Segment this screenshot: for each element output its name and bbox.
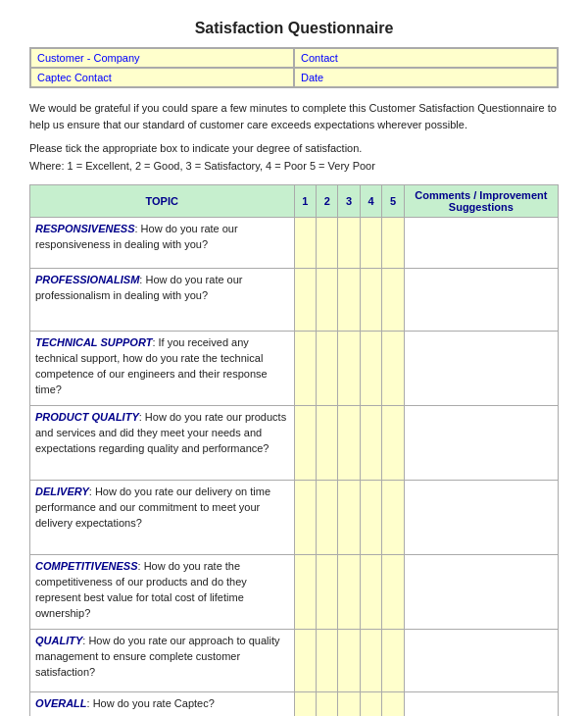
col1-header: 1 [294, 185, 316, 218]
rating-cell-4-4[interactable] [360, 481, 381, 555]
comments-cell-4[interactable] [404, 481, 558, 555]
questionnaire-table: TOPIC 1 2 3 4 5 Comments / Improvement S… [29, 184, 559, 716]
rating-cell-3-2[interactable] [316, 406, 337, 481]
comments-cell-0[interactable] [404, 218, 558, 269]
rating-cell-1-3[interactable] [338, 269, 360, 332]
rating-cell-0-5[interactable] [382, 218, 404, 269]
rating-cell-0-1[interactable] [294, 218, 316, 269]
comments-cell-7[interactable] [404, 692, 558, 716]
table-row: QUALITY: How do you rate our approach to… [30, 630, 559, 692]
col4-header: 4 [360, 185, 381, 218]
page-title: Satisfaction Questionnaire [29, 20, 559, 37]
rating-cell-6-3[interactable] [338, 630, 360, 692]
rating-cell-6-4[interactable] [360, 630, 381, 692]
tick-instruction: Please tick the appropriate box to indic… [29, 140, 559, 158]
date-cell: Date [294, 68, 558, 87]
comments-cell-1[interactable] [404, 269, 558, 332]
rating-cell-4-3[interactable] [338, 481, 360, 555]
table-row: DELIVERY: How do you rate our delivery o… [30, 481, 559, 555]
rating-cell-7-1[interactable] [294, 692, 316, 716]
table-row: COMPETITIVENESS: How do you rate the com… [30, 555, 559, 630]
table-row: RESPONSIVENESS: How do you rate our resp… [30, 218, 559, 269]
rating-cell-7-3[interactable] [338, 692, 360, 716]
topic-cell-5: COMPETITIVENESS: How do you rate the com… [30, 555, 295, 630]
topic-cell-4: DELIVERY: How do you rate our delivery o… [30, 481, 295, 555]
rating-cell-0-2[interactable] [316, 218, 337, 269]
rating-cell-2-1[interactable] [294, 332, 316, 406]
header-fields: Customer - Company Contact Captec Contac… [29, 47, 559, 88]
topic-cell-2: TECHNICAL SUPPORT: If you received any t… [30, 332, 295, 406]
rating-cell-4-2[interactable] [316, 481, 337, 555]
rating-cell-6-2[interactable] [316, 630, 337, 692]
topic-cell-6: QUALITY: How do you rate our approach to… [30, 630, 295, 692]
col2-header: 2 [316, 185, 337, 218]
rating-cell-5-2[interactable] [316, 555, 337, 630]
rating-cell-3-4[interactable] [360, 406, 381, 481]
rating-cell-0-4[interactable] [360, 218, 381, 269]
col5-header: 5 [382, 185, 404, 218]
comments-cell-2[interactable] [404, 332, 558, 406]
rating-cell-2-3[interactable] [338, 332, 360, 406]
topic-cell-1: PROFESSIONALISM: How do you rate our pro… [30, 269, 295, 332]
rating-cell-2-4[interactable] [360, 332, 381, 406]
scale-legend: Where: 1 = Excellent, 2 = Good, 3 = Sati… [29, 158, 559, 176]
rating-cell-5-3[interactable] [338, 555, 360, 630]
col3-header: 3 [338, 185, 360, 218]
rating-cell-5-5[interactable] [382, 555, 404, 630]
topic-cell-3: PRODUCT QUALITY: How do you rate our pro… [30, 406, 295, 481]
rating-cell-1-4[interactable] [360, 269, 381, 332]
intro-text: We would be grateful if you could spare … [29, 100, 559, 132]
comments-header: Comments / Improvement Suggestions [404, 185, 558, 218]
comments-cell-3[interactable] [404, 406, 558, 481]
table-row: PROFESSIONALISM: How do you rate our pro… [30, 269, 559, 332]
scale-note: Please tick the appropriate box to indic… [29, 140, 559, 175]
comments-cell-5[interactable] [404, 555, 558, 630]
rating-cell-4-5[interactable] [382, 481, 404, 555]
table-row: PRODUCT QUALITY: How do you rate our pro… [30, 406, 559, 481]
rating-cell-3-3[interactable] [338, 406, 360, 481]
rating-cell-3-1[interactable] [294, 406, 316, 481]
rating-cell-6-5[interactable] [382, 630, 404, 692]
rating-cell-1-2[interactable] [316, 269, 337, 332]
rating-cell-3-5[interactable] [382, 406, 404, 481]
topic-cell-7: OVERALL: How do you rate Captec? [30, 692, 295, 716]
rating-cell-5-4[interactable] [360, 555, 381, 630]
rating-cell-7-5[interactable] [382, 692, 404, 716]
rating-cell-7-2[interactable] [316, 692, 337, 716]
rating-cell-4-1[interactable] [294, 481, 316, 555]
contact-cell: Contact [294, 48, 558, 68]
table-row: OVERALL: How do you rate Captec? [30, 692, 559, 716]
table-row: TECHNICAL SUPPORT: If you received any t… [30, 332, 559, 406]
rating-cell-1-5[interactable] [382, 269, 404, 332]
comments-cell-6[interactable] [404, 630, 558, 692]
customer-company-cell: Customer - Company [30, 48, 294, 68]
rating-cell-7-4[interactable] [360, 692, 381, 716]
topic-cell-0: RESPONSIVENESS: How do you rate our resp… [30, 218, 295, 269]
rating-cell-2-5[interactable] [382, 332, 404, 406]
rating-cell-2-2[interactable] [316, 332, 337, 406]
captec-contact-cell: Captec Contact [30, 68, 294, 87]
rating-cell-5-1[interactable] [294, 555, 316, 630]
rating-cell-6-1[interactable] [294, 630, 316, 692]
rating-cell-0-3[interactable] [338, 218, 360, 269]
rating-cell-1-1[interactable] [294, 269, 316, 332]
topic-header: TOPIC [30, 185, 295, 218]
